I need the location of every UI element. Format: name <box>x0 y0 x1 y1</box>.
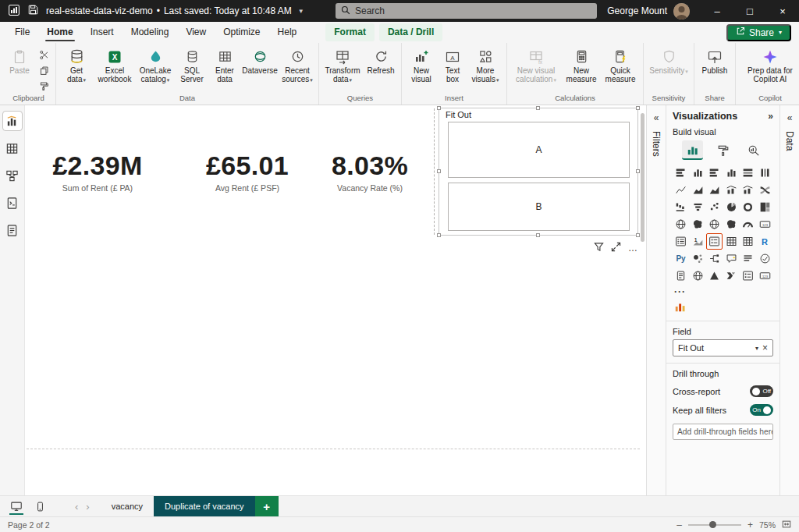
visual-icon-100-stacked-column-chart[interactable] <box>757 165 773 181</box>
visual-icon-ribbon-chart[interactable] <box>757 182 773 198</box>
kpi-card-sum-of-rent[interactable]: £2.39M Sum of Rent (£ PA) <box>35 151 160 193</box>
chevron-down-icon[interactable]: ▾ <box>755 345 758 352</box>
visual-icon-clustered-bar-chart[interactable] <box>706 165 723 181</box>
dataverse-button[interactable]: Dataverse <box>241 45 279 75</box>
resize-handle[interactable] <box>536 233 540 237</box>
resize-handle[interactable] <box>536 106 540 110</box>
format-visual-icon[interactable] <box>712 140 733 160</box>
page-tab-duplicate-of-vacancy[interactable]: Duplicate of vacancy <box>154 496 255 516</box>
quick-measure-button[interactable]: Quick measure <box>601 45 640 83</box>
slicer-visual-fit-out[interactable]: Fit Out A B <box>439 108 638 236</box>
visual-icon-kpi[interactable]: 1 <box>690 233 706 250</box>
visual-icon-key-influencers[interactable] <box>690 250 706 267</box>
mobile-layout-icon[interactable] <box>30 496 50 516</box>
sensitivity-button[interactable]: Sensitivity▾ <box>647 45 691 76</box>
tab-optimize[interactable]: Optimize <box>215 22 268 43</box>
refresh-button[interactable]: Refresh <box>364 45 398 75</box>
tab-file[interactable]: File <box>6 22 38 43</box>
onelake-catalog-button[interactable]: OneLake catalog▾ <box>136 45 175 84</box>
zoom-slider[interactable] <box>688 524 741 526</box>
visual-icon-filled-map[interactable] <box>690 216 706 232</box>
new-measure-button[interactable]: New measure <box>563 45 600 83</box>
tab-data-drill[interactable]: Data / Drill <box>379 23 442 41</box>
visual-icon-funnel-chart[interactable] <box>690 199 706 215</box>
copy-button[interactable] <box>35 63 52 77</box>
visual-icon-stacked-bar-chart[interactable] <box>673 165 689 181</box>
recent-sources-button[interactable]: Recent sources▾ <box>279 45 315 84</box>
dax-query-view-icon[interactable] <box>3 193 22 212</box>
user-avatar[interactable] <box>673 3 690 20</box>
slicer-item-b[interactable]: B <box>448 183 630 231</box>
transform-data-button[interactable]: Transform data▾ <box>322 45 363 84</box>
visual-icon-pie-chart[interactable] <box>723 199 740 215</box>
next-page-icon[interactable]: › <box>86 501 89 512</box>
visual-icon-stacked-column-chart[interactable] <box>690 165 706 181</box>
visual-icon-multi-row-card[interactable] <box>673 233 689 250</box>
resize-handle[interactable] <box>437 106 441 110</box>
visual-icon-clustered-column-chart[interactable] <box>723 165 740 181</box>
visual-icon-new-card[interactable]: 123 <box>757 268 773 284</box>
more-options-icon[interactable]: … <box>628 244 638 252</box>
kpi-card-vacancy-rate[interactable]: 8.03% Vacancy Rate (%) <box>311 151 428 193</box>
visual-icon-line-chart[interactable] <box>673 182 689 198</box>
tab-home[interactable]: Home <box>38 22 81 43</box>
get-data-button[interactable]: Get data▾ <box>59 45 94 84</box>
visual-icon-slicer[interactable] <box>706 233 723 250</box>
visual-icon-paginated-report[interactable] <box>673 268 689 284</box>
visual-icon-treemap[interactable] <box>757 199 773 215</box>
visual-icon-azure-map[interactable] <box>706 216 723 232</box>
canvas-scrollbar[interactable] <box>640 108 645 492</box>
cross-report-toggle[interactable]: Off <box>750 385 773 397</box>
visual-icon-shape-map[interactable] <box>723 216 740 232</box>
model-view-icon[interactable] <box>3 166 22 185</box>
visual-icon-table[interactable] <box>723 233 740 250</box>
get-more-visuals-button[interactable]: ··· <box>673 284 773 297</box>
focus-mode-icon[interactable] <box>611 241 621 255</box>
new-visual-calculation-button[interactable]: fx New visual calculation▾ <box>510 45 562 84</box>
format-painter-button[interactable] <box>35 79 52 93</box>
page-tab-vacancy[interactable]: vacancy <box>101 496 154 516</box>
expand-data-icon[interactable]: « <box>787 112 793 123</box>
build-visual-icon[interactable] <box>682 140 703 160</box>
fit-to-page-icon[interactable] <box>782 520 791 530</box>
enter-data-button[interactable]: Enter data <box>209 45 240 83</box>
table-view-icon[interactable] <box>3 139 22 158</box>
tab-help[interactable]: Help <box>269 22 306 43</box>
maximize-button[interactable]: □ <box>733 0 766 22</box>
zoom-slider-thumb[interactable] <box>709 521 716 528</box>
tab-insert[interactable]: Insert <box>82 22 123 43</box>
sql-server-button[interactable]: SQL Server <box>176 45 208 83</box>
previous-page-icon[interactable]: ‹ <box>75 501 78 512</box>
visual-icon-scatter-chart[interactable] <box>706 199 723 215</box>
remove-field-icon[interactable]: × <box>762 344 768 352</box>
new-page-button[interactable]: + <box>255 496 279 516</box>
minimize-button[interactable]: – <box>701 0 733 22</box>
new-visual-button[interactable]: New visual <box>405 45 438 83</box>
close-button[interactable]: × <box>766 0 799 22</box>
resize-handle[interactable] <box>437 233 441 237</box>
report-view-icon[interactable] <box>3 112 22 130</box>
zoom-in-button[interactable]: + <box>748 520 753 530</box>
user-name[interactable]: George Mount <box>607 5 667 16</box>
visual-icon-decomposition-tree[interactable] <box>706 250 723 267</box>
zoom-out-button[interactable]: – <box>676 520 682 530</box>
keep-all-filters-toggle[interactable]: On <box>750 404 773 416</box>
tmdl-view-icon[interactable] <box>3 221 22 239</box>
save-icon[interactable] <box>27 4 39 18</box>
expand-filters-icon[interactable]: « <box>654 112 659 123</box>
visual-icon-smart-narrative[interactable] <box>740 250 756 267</box>
analytics-icon[interactable] <box>743 140 764 160</box>
search-input[interactable] <box>355 5 591 16</box>
visual-icon-power-automate[interactable] <box>723 268 740 284</box>
prep-data-copilot-button[interactable]: Prep data for Copilot AI <box>739 45 799 83</box>
resize-handle[interactable] <box>437 169 441 173</box>
excel-workbook-button[interactable]: X Excel workbook <box>94 45 135 83</box>
visual-icon-map[interactable] <box>673 216 689 232</box>
visual-icon-waterfall-chart[interactable] <box>673 199 689 215</box>
tab-modeling[interactable]: Modeling <box>123 22 178 43</box>
publish-button[interactable]: Publish <box>698 45 732 75</box>
visual-icon-line-and-stacked-column-chart[interactable] <box>723 182 740 198</box>
cut-button[interactable] <box>35 48 52 62</box>
visual-icon-q-and-a[interactable] <box>723 250 740 267</box>
visual-icon-gauge[interactable] <box>740 216 756 232</box>
